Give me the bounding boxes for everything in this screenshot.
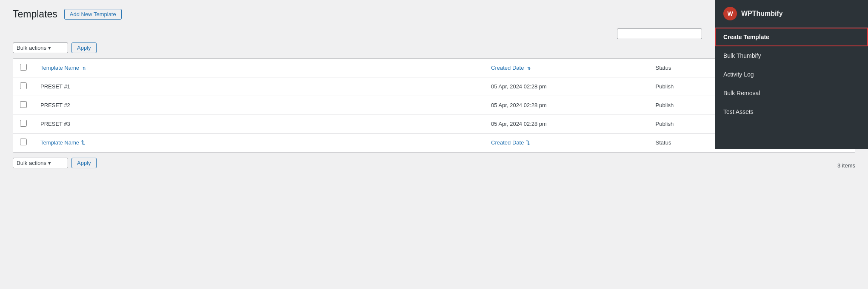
bulk-actions-dropdown-bottom[interactable]: Bulk actions ▾ [13,158,68,168]
row-name-2: PRESET #3 [34,115,484,133]
row-date-1: 05 Apr, 2024 02:28 pm [484,96,648,115]
panel-menu-item-1[interactable]: Bulk Thumbify [715,46,868,65]
panel-menu-item-2[interactable]: Activity Log [715,65,868,84]
brand-logo: W [723,7,737,20]
footer-col-header-template-name[interactable]: Template Name ⇅ [34,133,484,152]
row-name-0: PRESET #1 [34,77,484,96]
sort-arrows-date: ⇅ [527,66,531,71]
sort-arrows-name: ⇅ [83,66,86,71]
panel-header: W WPThumbify [715,0,868,28]
chevron-down-icon-bottom: ▾ [48,160,51,166]
select-all-checkbox-bottom[interactable] [20,139,27,145]
bulk-actions-dropdown-top[interactable]: Bulk actions ▾ [13,42,68,53]
panel-menu-item-3[interactable]: Bulk Removal [715,84,868,102]
row-checkbox-1[interactable] [20,101,27,108]
row-checkbox-0[interactable] [20,82,27,89]
panel-menu-item-0[interactable]: Create Template [715,28,868,46]
footer-col-header-created-date[interactable]: Created Date ⇅ [484,133,648,152]
footer-sort-arrows-date: ⇅ [525,139,530,146]
row-date-2: 05 Apr, 2024 02:28 pm [484,115,648,133]
select-all-checkbox-top[interactable] [20,64,27,71]
page-title: Templates [13,8,57,20]
items-count: 3 items [837,162,855,169]
col-header-created-date[interactable]: Created Date ⇅ [484,59,648,77]
row-date-0: 05 Apr, 2024 02:28 pm [484,77,648,96]
row-name-1: PRESET #2 [34,96,484,115]
right-panel: W WPThumbify Create TemplateBulk Thumbif… [715,0,868,149]
row-checkbox-2[interactable] [20,120,27,127]
panel-menu: Create TemplateBulk ThumbifyActivity Log… [715,28,868,121]
col-header-template-name[interactable]: Template Name ⇅ [34,59,484,77]
apply-button-bottom[interactable]: Apply [71,158,97,168]
brand-name: WPThumbify [741,10,783,17]
apply-button-top[interactable]: Apply [71,42,97,53]
add-new-template-button[interactable]: Add New Template [64,9,122,20]
bottom-bulk-actions-bar: Bulk actions ▾ Apply [13,158,97,168]
search-input[interactable] [617,28,702,39]
footer-sort-arrows-name: ⇅ [81,139,86,146]
chevron-down-icon: ▾ [48,45,51,51]
panel-menu-item-4[interactable]: Test Assets [715,102,868,121]
